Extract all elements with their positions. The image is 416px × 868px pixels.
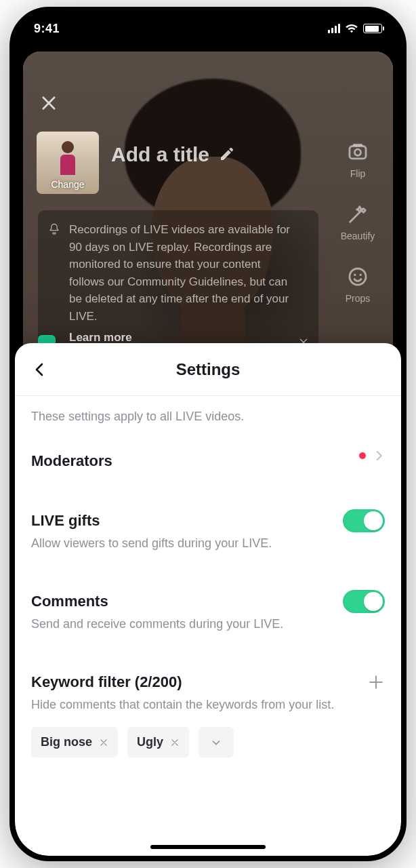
live-gifts-label: LIVE gifts <box>31 512 385 530</box>
keyword-chip-text: Ugly <box>137 735 163 749</box>
comments-label: Comments <box>31 593 385 610</box>
live-gifts-row: LIVE gifts Allow viewers to send gifts d… <box>31 502 385 560</box>
cover-change-label: Change <box>37 179 99 190</box>
battery-icon <box>363 24 382 33</box>
sheet-title: Settings <box>176 360 241 379</box>
keyword-chip[interactable]: Big nose <box>31 727 118 757</box>
beautify-icon <box>346 202 370 226</box>
home-indicator[interactable] <box>150 845 266 849</box>
live-gifts-desc: Allow viewers to send gifts during your … <box>31 536 385 551</box>
svg-point-3 <box>354 273 356 275</box>
keyword-filter-desc: Hide comments that contain the keywords … <box>31 698 385 712</box>
status-bar: 9:41 <box>15 12 401 45</box>
remove-keyword-icon[interactable] <box>99 738 108 747</box>
keyword-expand-button[interactable] <box>199 727 234 757</box>
beautify-button[interactable]: Beautify <box>341 202 375 241</box>
keyword-chip[interactable]: Ugly <box>127 727 189 757</box>
chevron-right-icon <box>373 450 385 462</box>
flip-icon <box>346 140 370 164</box>
cellular-icon <box>328 24 340 33</box>
remove-keyword-icon[interactable] <box>170 738 180 747</box>
close-icon[interactable] <box>39 94 64 118</box>
svg-point-2 <box>350 269 366 285</box>
settings-sheet: Settings These settings apply to all LIV… <box>15 343 401 856</box>
moderators-dot-indicator <box>359 452 366 459</box>
comments-desc: Send and receive comments during your LI… <box>31 617 385 631</box>
cover-thumbnail[interactable]: Change <box>37 132 99 194</box>
notice-text: Recordings of LIVE videos are available … <box>69 223 290 323</box>
keyword-filter-label: Keyword filter (2/200) <box>31 673 182 691</box>
back-button[interactable] <box>23 343 57 395</box>
phone-frame: 9:41 Change <box>9 7 407 861</box>
wifi-icon <box>346 24 358 33</box>
chevron-left-icon <box>32 361 48 378</box>
chevron-down-icon <box>211 737 222 748</box>
bell-icon <box>47 222 61 236</box>
add-keyword-button[interactable] <box>367 673 385 691</box>
keyword-chip-text: Big nose <box>41 735 92 749</box>
svg-rect-0 <box>350 146 366 159</box>
moderators-label: Moderators <box>31 452 385 470</box>
flip-label: Flip <box>350 168 366 179</box>
svg-point-1 <box>354 149 360 155</box>
plus-icon <box>367 673 385 691</box>
beautify-label: Beautify <box>341 231 375 241</box>
live-replay-notice: Recordings of LIVE videos are available … <box>38 210 318 357</box>
props-label: Props <box>346 293 371 304</box>
svg-point-4 <box>360 273 362 275</box>
sheet-subtext: These settings apply to all LIVE videos. <box>31 410 385 424</box>
live-title-input[interactable]: Add a title <box>111 143 209 166</box>
screen: 9:41 Change <box>15 12 401 856</box>
flip-camera-button[interactable]: Flip <box>346 140 370 179</box>
status-icons <box>328 24 382 33</box>
sheet-header: Settings <box>15 343 401 396</box>
comments-toggle[interactable] <box>343 590 385 613</box>
comments-row: Comments Send and receive comments durin… <box>31 583 385 641</box>
edit-title-icon[interactable] <box>219 146 236 163</box>
props-icon <box>346 264 370 289</box>
clock: 9:41 <box>34 22 60 36</box>
live-gifts-toggle[interactable] <box>343 509 385 532</box>
keyword-filter-row: Keyword filter (2/200) Hide comments tha… <box>31 664 385 767</box>
props-button[interactable]: Props <box>346 264 371 304</box>
moderators-row[interactable]: Moderators <box>31 443 385 479</box>
